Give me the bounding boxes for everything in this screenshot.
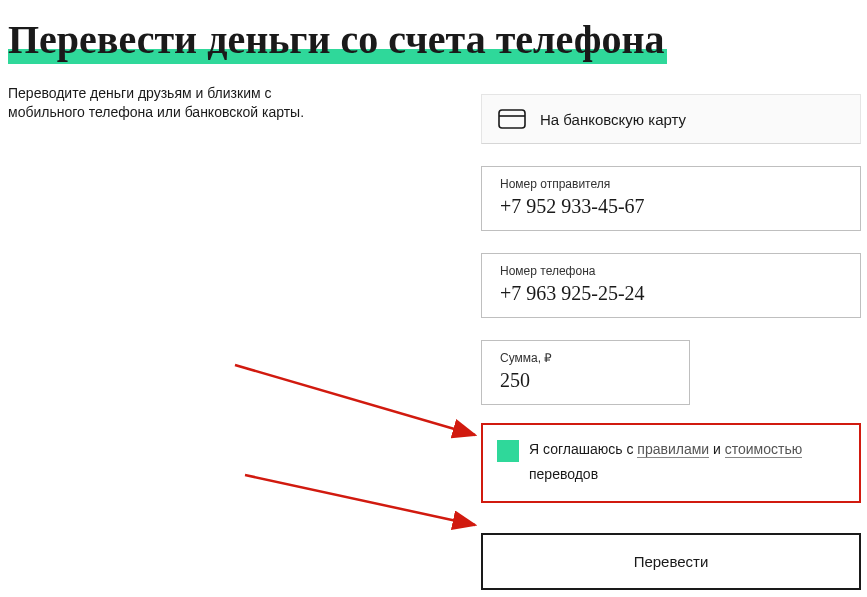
sender-input[interactable] bbox=[500, 195, 842, 218]
sender-label: Номер отправителя bbox=[500, 177, 842, 191]
amount-label: Сумма, ₽ bbox=[500, 351, 671, 365]
rules-link[interactable]: правилами bbox=[637, 441, 709, 458]
agree-checkbox[interactable] bbox=[497, 440, 519, 462]
transfer-form-panel: На банковскую карту Номер отправителя Но… bbox=[481, 94, 861, 590]
page-subtitle: Переводите деньги друзьям и близким с мо… bbox=[8, 84, 328, 122]
svg-line-3 bbox=[235, 365, 475, 435]
annotation-arrow-2 bbox=[240, 470, 490, 540]
agree-text: Я соглашаюсь с правилами и стоимостью пе… bbox=[529, 439, 845, 485]
agreement-box: Я соглашаюсь с правилами и стоимостью пе… bbox=[481, 423, 861, 503]
phone-label: Номер телефона bbox=[500, 264, 842, 278]
svg-line-5 bbox=[245, 475, 475, 525]
phone-input[interactable] bbox=[500, 282, 842, 305]
annotation-arrow-1 bbox=[230, 360, 490, 460]
submit-button[interactable]: Перевести bbox=[481, 533, 861, 590]
tab-label: На банковскую карту bbox=[540, 111, 686, 128]
sender-field[interactable]: Номер отправителя bbox=[481, 166, 861, 231]
tab-to-card[interactable]: На банковскую карту bbox=[481, 94, 861, 144]
svg-rect-0 bbox=[499, 110, 525, 128]
cost-link[interactable]: стоимостью bbox=[725, 441, 802, 458]
card-icon bbox=[498, 109, 526, 129]
amount-input[interactable] bbox=[500, 369, 671, 392]
phone-field[interactable]: Номер телефона bbox=[481, 253, 861, 318]
page-title: Перевести деньги со счета телефона bbox=[8, 18, 667, 66]
amount-field[interactable]: Сумма, ₽ bbox=[481, 340, 690, 405]
